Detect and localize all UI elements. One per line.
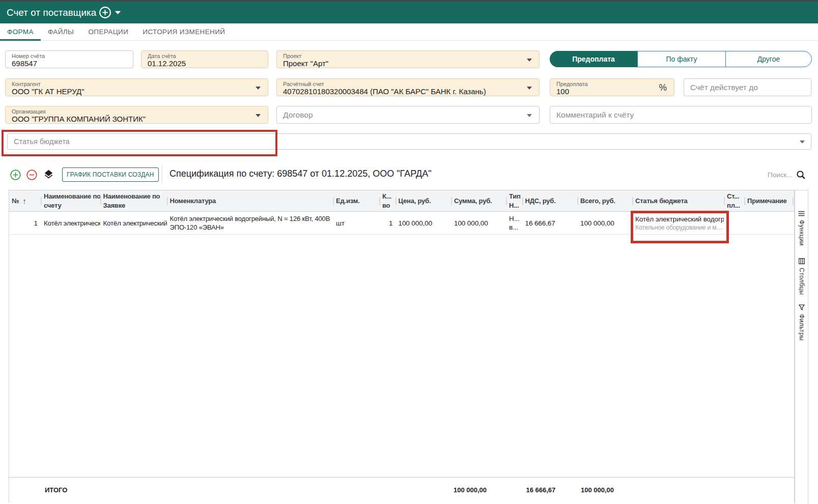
column-header-vat[interactable]: НДС, руб. (522, 190, 578, 212)
cell-budget-item[interactable]: Котёл электрический водогрейный Котельно… (632, 212, 724, 234)
cell-vat-type: Н... в... (506, 212, 522, 234)
column-header-num[interactable]: № ↑ (9, 190, 41, 212)
bank-account-select[interactable]: Расчётный счет 40702810180320003484 (ПАО… (276, 78, 540, 96)
tab-bar: ФОРМА ФАЙЛЫ ОПЕРАЦИИ ИСТОРИЯ ИЗМЕНЕНИЙ (0, 23, 818, 41)
cell-name-by-invoice: Котёл электрический (41, 212, 100, 234)
column-header-pay-status[interactable]: Ст...пл... (724, 190, 744, 212)
project-label: Проект (283, 53, 301, 59)
column-header-nomenclature[interactable]: Номенклатура (167, 190, 333, 212)
bank-account-label: Расчётный счет (283, 81, 324, 87)
comment-field[interactable]: Комментарий к счёту (550, 106, 812, 124)
column-header-name-by-invoice[interactable]: Наименование посчету (41, 190, 100, 212)
column-header-sum[interactable]: Сумма, руб. (451, 190, 506, 212)
bank-account-value: 40702810180320003484 (ПАО "АК БАРС" БАНК… (283, 87, 486, 96)
column-header-vat-type[interactable]: ТипН... (506, 190, 522, 212)
payment-type-toggle: Предоплата По факту Другое (550, 51, 812, 67)
chevron-down-icon[interactable] (527, 87, 532, 90)
valid-until-placeholder: Счёт действует до (690, 79, 758, 96)
sort-ascending-icon[interactable]: ↑ (22, 196, 26, 206)
chevron-down-icon[interactable] (256, 114, 261, 117)
columns-grid-icon (799, 258, 805, 264)
remove-row-icon[interactable] (26, 170, 37, 182)
header-menu-caret-icon[interactable] (115, 11, 121, 15)
column-header-unit[interactable]: Ед.изм. (333, 190, 379, 212)
invoice-date-value: 01.12.2025 (148, 59, 186, 68)
cell-name-by-request: Котёл электрический (100, 212, 167, 234)
cell-vat: 16 666,67 (522, 212, 578, 234)
cell-num: 1 (9, 212, 41, 234)
table-header-row: № ↑ Наименование посчету Наименование по… (9, 190, 794, 212)
footer-sum: 100 000,00 (451, 478, 506, 502)
toggle-option-on-fact[interactable]: По факту (637, 51, 725, 67)
side-tab-functions[interactable]: Функции (795, 211, 808, 246)
page-title: Счет от поставщика (7, 7, 96, 18)
project-select[interactable]: Проект Проект "Арт" (276, 50, 540, 68)
invoice-number-field[interactable]: Номер счёта 698547 (5, 50, 133, 68)
organization-select[interactable]: Организация ООО "ГРУППА КОМПАНИЙ ЗОНТИК" (5, 106, 268, 124)
filter-funnel-icon (799, 304, 805, 311)
tab-files[interactable]: ФАЙЛЫ (41, 23, 81, 40)
table-footer-row: ИТОГО 100 000,00 16 666,67 100 000,00 (9, 477, 794, 502)
budget-item-placeholder: Статья бюджета (14, 134, 70, 149)
chevron-down-icon[interactable] (256, 87, 261, 90)
contract-placeholder: Договор (283, 106, 313, 123)
prepayment-label: Предоплата (556, 81, 588, 87)
layers-icon[interactable] (43, 169, 54, 182)
toggle-option-prepayment[interactable]: Предоплата (550, 51, 637, 67)
column-header-budget-item[interactable]: Статья бюджета (632, 190, 724, 212)
cell-nomenclature: Котёл электрический водогрейный, N = 126… (167, 212, 333, 234)
search-icon[interactable] (796, 170, 806, 182)
chevron-down-icon[interactable] (800, 141, 805, 144)
column-header-qty[interactable]: К...во (379, 190, 396, 212)
toggle-option-other[interactable]: Другое (725, 51, 811, 67)
add-invoice-icon[interactable] (99, 6, 111, 19)
app-header: Счет от поставщика (0, 2, 818, 23)
footer-vat: 16 666,67 (522, 478, 578, 502)
prepayment-percent-field[interactable]: Предоплата 100 % (550, 78, 674, 96)
column-header-note[interactable]: Примечание (744, 190, 794, 212)
contract-select[interactable]: Договор (276, 106, 540, 124)
organization-label: Организация (12, 108, 45, 115)
footer-total-label: ИТОГО (41, 478, 100, 502)
toolbar-divider (162, 165, 162, 184)
budget-item-select[interactable]: Статья бюджета (7, 133, 811, 150)
cell-unit: шт (333, 212, 379, 234)
tab-operations[interactable]: ОПЕРАЦИИ (81, 23, 135, 40)
invoice-number-label: Номер счёта (12, 53, 45, 59)
column-header-price[interactable]: Цена, руб. (396, 190, 452, 212)
prepayment-value: 100 (556, 87, 569, 96)
comment-placeholder: Комментарий к счёту (556, 106, 634, 123)
add-row-icon[interactable] (10, 170, 21, 182)
specification-title: Спецификация по счету: 698547 от 01.12.2… (170, 169, 432, 179)
hamburger-lines-icon (798, 211, 805, 216)
cell-qty: 1 (379, 212, 396, 234)
counterparty-select[interactable]: Контрагент ООО "ГК АТ НЕРУД" (5, 78, 268, 96)
cell-price: 100 000,00 (396, 212, 452, 234)
specification-table: № ↑ Наименование посчету Наименование по… (9, 190, 795, 502)
invoice-date-label: Дата счёта (148, 53, 176, 59)
invoice-date-field[interactable]: Дата счёта 01.12.2025 (141, 50, 268, 68)
footer-total: 100 000,00 (577, 478, 632, 502)
grid-side-panel: Функции Столбцы Фильтры (795, 190, 808, 504)
invoice-number-value: 698547 (12, 59, 37, 68)
column-header-total[interactable]: Всего, руб. (577, 190, 632, 212)
counterparty-label: Контрагент (12, 81, 41, 87)
project-value: Проект "Арт" (283, 59, 328, 68)
counterparty-value: ООО "ГК АТ НЕРУД" (12, 87, 84, 96)
side-tab-filters[interactable]: Фильтры (795, 304, 808, 341)
cell-sum: 100 000,00 (451, 212, 506, 234)
cell-total: 100 000,00 (577, 212, 632, 234)
chevron-down-icon[interactable] (527, 59, 532, 62)
side-tab-columns[interactable]: Столбцы (795, 258, 808, 295)
valid-until-field[interactable]: Счёт действует до (684, 78, 811, 96)
tab-history[interactable]: ИСТОРИЯ ИЗМЕНЕНИЙ (135, 23, 232, 40)
cell-pay-status (724, 212, 744, 234)
delivery-schedule-button[interactable]: ГРАФИК ПОСТАВКИ СОЗДАН (62, 167, 159, 182)
tab-form[interactable]: ФОРМА (0, 23, 41, 40)
column-header-name-by-request[interactable]: Наименование поЗаявке (100, 190, 167, 212)
percent-icon: % (659, 82, 667, 93)
table-row[interactable]: 1 Котёл электрический Котёл электрически… (9, 212, 794, 235)
organization-value: ООО "ГРУППА КОМПАНИЙ ЗОНТИК" (12, 115, 146, 123)
chevron-down-icon[interactable] (527, 114, 532, 117)
search-input[interactable]: Поиск... (768, 171, 793, 179)
